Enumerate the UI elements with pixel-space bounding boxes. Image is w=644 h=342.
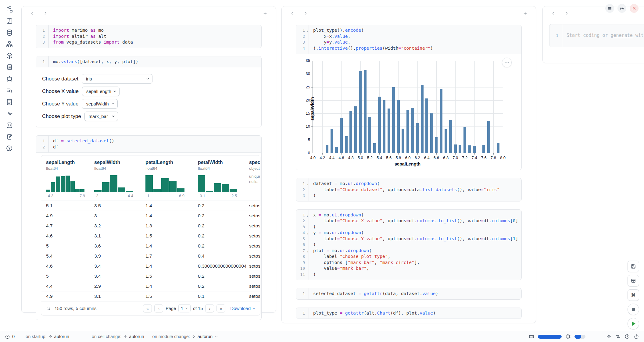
run-play-icon[interactable]: [628, 318, 639, 330]
layout-panels-icon[interactable]: [628, 275, 639, 287]
chart-menu-icon[interactable]: [502, 58, 512, 67]
add-cell-icon[interactable]: [521, 9, 529, 17]
function-icon[interactable]: [5, 17, 13, 25]
package-icon[interactable]: [5, 52, 13, 60]
command-shortcuts-icon[interactable]: ⌘: [628, 289, 639, 301]
table-cell: 3.4: [94, 263, 145, 269]
table-column-header[interactable]: petalWidthfloat640.12.5: [198, 160, 249, 201]
column-histogram[interactable]: [46, 174, 85, 192]
last-page-button[interactable]: »: [216, 304, 225, 312]
logs-icon[interactable]: [5, 63, 13, 71]
dropdown-value: sepalLength: [86, 89, 111, 94]
line-number: 1: [36, 59, 48, 65]
code-line: 1df = selected_dataset(): [36, 138, 261, 144]
cell-editor[interactable]: 1∨x = mo.ui.dropdown(2 label="Choose X v…: [296, 210, 521, 280]
database-icon[interactable]: [5, 29, 13, 37]
stop-icon[interactable]: [628, 304, 639, 315]
shuffle-icon[interactable]: [615, 334, 621, 339]
x-tick-label: 8.0: [498, 155, 508, 160]
menu-icon[interactable]: [605, 4, 614, 13]
table-column-header[interactable]: petalLengthfloat6416.9: [145, 160, 198, 201]
chart-bar: [349, 111, 352, 153]
page-select[interactable]: 1: [178, 304, 191, 312]
table-column-header[interactable]: sepalLengthfloat644.37.9: [46, 160, 94, 201]
dropdown-select[interactable]: mark_bar: [84, 112, 118, 121]
dropdown-select[interactable]: sepalWidth: [82, 99, 118, 109]
chart-bar: [364, 70, 367, 153]
x-tick-label: 4.4: [327, 155, 337, 160]
add-cell-icon[interactable]: [261, 9, 269, 17]
search-icon[interactable]: [46, 306, 51, 311]
column-next-icon[interactable]: [301, 9, 309, 17]
cell-editor[interactable]: 1df = selected_dataset()2df: [36, 136, 261, 153]
prev-page-button[interactable]: ‹: [154, 304, 163, 312]
runtime-config-item[interactable]: on startup:autorun: [26, 334, 69, 339]
cell-editor[interactable]: 1∨dataset = mo.ui.dropdown(2 label="Choo…: [296, 178, 521, 201]
column-histogram[interactable]: [94, 174, 133, 192]
table-cell: 3.5: [94, 203, 145, 208]
cpu-gauge[interactable]: [574, 335, 585, 339]
tracing-icon[interactable]: [5, 110, 13, 118]
status-bar-right: [529, 334, 644, 339]
chart-bar: [463, 127, 466, 153]
first-page-button[interactable]: «: [143, 304, 152, 312]
save-icon[interactable]: [628, 261, 639, 272]
sparkle-ai-icon[interactable]: [606, 334, 612, 339]
line-number: 4: [296, 45, 309, 52]
table-column-header[interactable]: speciesobjectunique:nulls:: [249, 160, 260, 201]
column-range: 24.4: [94, 194, 133, 198]
generate-link[interactable]: generate: [611, 33, 633, 38]
column-prev-icon[interactable]: [549, 9, 557, 17]
chart-plot-area[interactable]: 4.04.24.44.64.85.05.25.45.65.86.06.26.46…: [313, 61, 503, 153]
history-clock-icon[interactable]: [624, 334, 630, 339]
cell-editor[interactable]: 1mo.vstack([dataset, x, y, plot]): [36, 56, 261, 68]
table-column-header[interactable]: sepalWidthfloat6424.4: [94, 160, 145, 201]
next-page-button[interactable]: ›: [205, 304, 214, 312]
column-histogram[interactable]: [145, 174, 184, 192]
scratchpad-search-icon[interactable]: [5, 87, 13, 94]
column-prev-icon[interactable]: [28, 9, 36, 17]
config-value: autorun: [129, 334, 144, 339]
dropdown-select[interactable]: iris: [82, 74, 152, 84]
snippets-icon[interactable]: [5, 121, 13, 129]
code-line: 1plot_type = getattr(alt.Chart(df), plot…: [296, 310, 521, 316]
column-next-icon[interactable]: [41, 9, 49, 17]
cell-editor[interactable]: 1plot_type = getattr(alt.Chart(df), plot…: [296, 308, 521, 319]
table-cell: 1.7: [145, 253, 198, 259]
table-cell: setosa: [249, 243, 260, 249]
help-icon[interactable]: [5, 144, 13, 152]
column-range: 0.12.5: [198, 194, 237, 198]
column-name: petalLength: [145, 160, 198, 165]
settings-gear-icon[interactable]: [617, 4, 626, 13]
cell-editor[interactable]: 1selected_dataset = getattr(data, datase…: [296, 288, 521, 299]
ai-chat-icon[interactable]: [5, 75, 13, 83]
line-number: 3: [36, 39, 48, 45]
download-button[interactable]: Download: [230, 306, 256, 311]
column-type: float64: [145, 166, 198, 171]
notebook-edit-icon[interactable]: [5, 133, 13, 141]
keyboard-icon[interactable]: [529, 334, 534, 339]
chart-bar: [440, 89, 442, 153]
column-histogram[interactable]: [198, 174, 237, 192]
x-tick-label: 7.4: [469, 155, 480, 160]
dependency-graph-icon[interactable]: [5, 40, 13, 48]
cell-editor[interactable]: 1import marimo as mo2import altair as al…: [36, 25, 261, 48]
errors-indicator[interactable]: 0: [5, 334, 15, 339]
file-tree-icon[interactable]: [5, 5, 13, 13]
power-icon[interactable]: [634, 334, 639, 339]
cell-editor[interactable]: 1 Start coding or generate with AI.: [549, 24, 644, 47]
column-prev-icon[interactable]: [288, 9, 296, 17]
dropdown-select[interactable]: sepalLength: [82, 87, 120, 96]
close-icon[interactable]: [630, 4, 639, 13]
column-next-icon[interactable]: [562, 9, 570, 17]
circle-x-icon: [5, 334, 10, 339]
memory-gauge[interactable]: [538, 335, 562, 339]
runtime-config-item[interactable]: on cell change:autorun: [92, 334, 144, 339]
runtime-config-item[interactable]: on module change:autorun: [152, 334, 219, 339]
line-number: 2: [36, 34, 48, 40]
documentation-icon[interactable]: [5, 98, 13, 106]
cell-editor[interactable]: 1∨plot_type().encode(2 x=x.value,3 y=y.v…: [296, 25, 521, 54]
table-row: 4.63.11.50.2setosa: [41, 231, 260, 241]
line-number: 1∨: [296, 212, 309, 218]
y-tick-label: 20: [300, 98, 310, 102]
